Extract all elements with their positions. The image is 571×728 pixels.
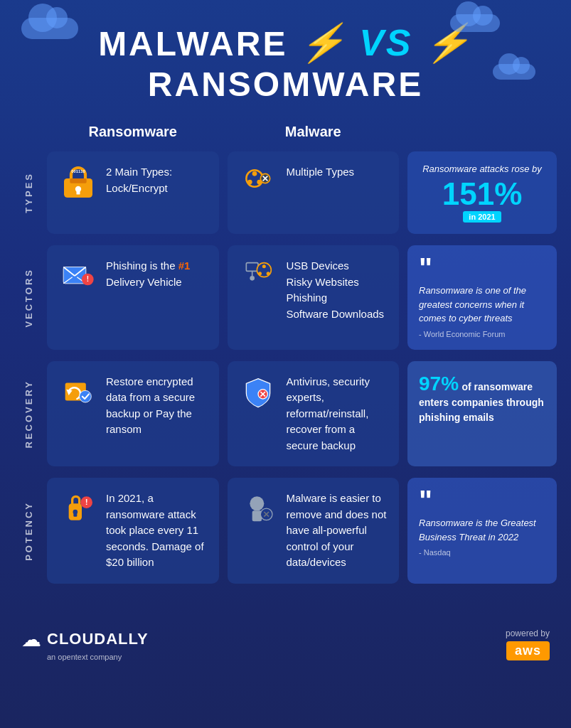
vectors-quote-text: Ransomware is one of the greatest concer…	[419, 284, 545, 326]
recovery-ransomware-text: Restore encrypted data from a secure bac…	[106, 374, 208, 438]
recovery-row: RECOVERY Restore encrypted data from a s…	[14, 361, 557, 467]
content-area: TYPES 001110 2 Main Types: Lock/Encrypt	[0, 151, 571, 609]
attacks-rose-text: Ransomware attacks rose by	[419, 163, 545, 176]
potency-ransomware-cell: ! In 2021, a ransomware attack took plac…	[47, 478, 219, 584]
potency-quote-text: Ransomware is the Greatest Business Thre…	[419, 516, 545, 544]
vectors-label: VECTORS	[14, 245, 43, 350]
aws-branding: powered by aws	[506, 628, 550, 660]
types-malware-cell: Multiple Types	[228, 151, 400, 234]
vectors-ransomware-cell: ! Phishing is the #1 Delivery Vehicle	[47, 245, 219, 350]
percent-display: 151%	[419, 178, 545, 210]
title-vs-lightning: ⚡	[299, 22, 348, 63]
potency-quote-source: - Nasdaq	[419, 548, 545, 557]
antivirus-icon	[239, 374, 278, 410]
cloud-decoration-mid	[493, 64, 535, 80]
svg-rect-2	[70, 178, 86, 183]
col-spacer	[14, 118, 43, 146]
aws-logo: aws	[506, 641, 550, 660]
types-row: TYPES 001110 2 Main Types: Lock/Encrypt	[14, 151, 557, 234]
types-malware-text: Multiple Types	[287, 164, 355, 181]
vectors-ransomware-text: Phishing is the #1 Delivery Vehicle	[106, 258, 208, 290]
svg-text:!: !	[86, 276, 88, 284]
vectors-malware-cell: USB DevicesRisky WebsitesPhishingSoftwar…	[228, 245, 400, 350]
svg-point-7	[252, 171, 257, 176]
svg-text:!: !	[85, 497, 87, 506]
title-malware: MALWARE	[98, 25, 287, 63]
quote-mark: "	[419, 257, 545, 279]
aws-powered-text: powered by	[506, 628, 550, 638]
cloudally-logo: ☁ CLOUDALLY an opentext company	[21, 628, 149, 661]
logo-main: ☁ CLOUDALLY	[21, 628, 149, 651]
col-header-ransomware: Ransomware	[47, 118, 219, 146]
header: MALWARE ⚡ VS ⚡ RANSOMWARE	[0, 0, 571, 118]
vectors-quote-source: - World Economic Forum	[419, 330, 545, 338]
svg-point-38	[250, 497, 264, 511]
vectors-side-panel: " Ransomware is one of the greatest conc…	[407, 245, 557, 350]
cloudally-text: CLOUDALLY	[47, 630, 149, 648]
svg-rect-35	[73, 513, 77, 517]
svg-rect-5	[76, 191, 80, 195]
backup-icon	[58, 374, 97, 410]
usb-malware-icon	[239, 258, 278, 294]
potency-malware-text: Malware is easier to remove and does not…	[287, 491, 388, 571]
recovery-side-panel: 97% of ransomware enters companies throu…	[407, 361, 557, 467]
potency-label: POTENCY	[14, 478, 43, 584]
recovery-ransomware-cell: Restore encrypted data from a secure bac…	[47, 361, 219, 467]
ransomware-attack-icon: !	[58, 491, 97, 526]
svg-point-26	[258, 272, 262, 275]
col-header-malware: Malware	[228, 118, 400, 146]
title-vs: VS	[359, 22, 412, 63]
col-header-side	[407, 118, 557, 146]
potency-quote-mark: "	[419, 489, 545, 512]
cloud-decoration-left	[21, 18, 78, 39]
svg-rect-39	[252, 511, 262, 522]
types-ransomware-text: 2 Main Types: Lock/Encrypt	[106, 164, 208, 196]
page-title: MALWARE ⚡ VS ⚡ RANSOMWARE	[14, 21, 557, 104]
title-ransomware: RANSOMWARE	[148, 65, 423, 103]
cloud-decoration-right	[450, 14, 500, 32]
types-label: TYPES	[14, 151, 43, 234]
svg-text:001110: 001110	[71, 169, 85, 173]
vectors-row: VECTORS ! Phishing is the #1 Delivery Ve…	[14, 245, 557, 350]
potency-row: POTENCY ! In 2021, a ransomware attack t…	[14, 478, 557, 584]
potency-ransomware-text: In 2021, a ransomware attack took place …	[106, 491, 208, 571]
footer: ☁ CLOUDALLY an opentext company powered …	[0, 616, 571, 675]
potency-malware-cell: Malware is easier to remove and does not…	[228, 478, 400, 584]
malware-potency-icon	[239, 491, 278, 526]
cloudally-icon: ☁	[21, 628, 41, 651]
types-ransomware-cell: 001110 2 Main Types: Lock/Encrypt	[47, 151, 219, 234]
cloudally-subtext: an opentext company	[47, 653, 122, 661]
recovery-malware-cell: Antivirus, security experts, reformat/re…	[228, 361, 400, 467]
potency-side-panel: " Ransomware is the Greatest Business Th…	[407, 478, 557, 584]
malware-types-icon	[239, 164, 278, 200]
types-side-panel: Ransomware attacks rose by 151% in 2021	[407, 151, 557, 234]
svg-point-9	[247, 180, 252, 185]
svg-point-22	[250, 276, 255, 281]
vectors-malware-text: USB DevicesRisky WebsitesPhishingSoftwar…	[287, 258, 385, 322]
svg-point-29	[79, 390, 91, 402]
svg-point-25	[267, 272, 270, 275]
svg-point-24	[262, 264, 266, 268]
svg-rect-20	[246, 263, 258, 272]
stat-97-percent: 97%	[419, 373, 459, 395]
phishing-icon: !	[58, 258, 97, 294]
year-badge: in 2021	[463, 211, 501, 223]
recovery-label: RECOVERY	[14, 361, 43, 467]
lock-icon: 001110	[58, 164, 97, 200]
recovery-malware-text: Antivirus, security experts, reformat/re…	[287, 374, 388, 454]
column-headers: Ransomware Malware	[0, 118, 571, 146]
